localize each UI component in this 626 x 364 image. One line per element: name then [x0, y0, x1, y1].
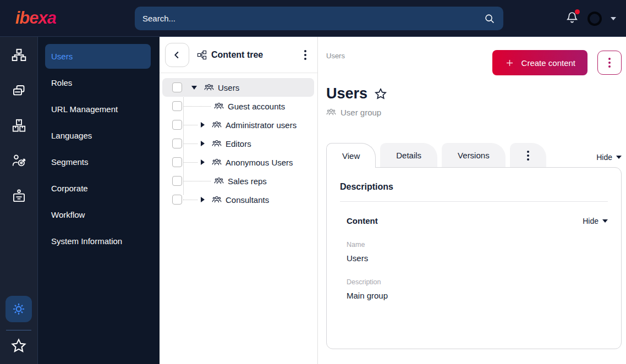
sidebar-item-languages[interactable]: Languages — [45, 123, 151, 148]
app-window: ibexa — [0, 0, 626, 364]
tree-options-kebab-button[interactable] — [301, 47, 310, 63]
user-group-icon — [212, 157, 222, 167]
name-field-value: Users — [347, 253, 608, 263]
descriptions-heading: Descriptions — [340, 182, 608, 192]
content-tree-icon — [197, 50, 207, 60]
sidebar-item-workflow[interactable]: Workflow — [45, 202, 151, 227]
sidebar-item-users[interactable]: Users — [45, 44, 151, 69]
sidebar-item-url-management[interactable]: URL Management — [45, 97, 151, 122]
user-avatar[interactable] — [587, 12, 602, 26]
tree-item-anonymous-users[interactable]: Anonymous Users — [160, 153, 317, 172]
tab-details[interactable]: Details — [380, 143, 437, 167]
bookmark-star-icon[interactable] — [374, 87, 387, 101]
icon-rail — [0, 37, 38, 364]
tree-item-administrator-users[interactable]: Administrator users — [160, 115, 317, 134]
tree-item-consultants[interactable]: Consultants — [160, 190, 317, 209]
collapsed-caret-icon[interactable] — [201, 122, 205, 128]
tree-item-editors[interactable]: Editors — [160, 134, 317, 153]
user-group-icon — [212, 120, 222, 130]
tree-checkbox[interactable] — [172, 101, 182, 111]
notification-badge — [575, 9, 580, 14]
caret-down-icon — [616, 156, 622, 159]
user-group-icon — [212, 139, 222, 148]
tree-checkbox[interactable] — [172, 195, 182, 205]
star-icon[interactable] — [10, 338, 27, 356]
page-options-kebab-button[interactable] — [597, 51, 622, 75]
id-badge-icon[interactable] — [9, 186, 28, 205]
tree-checkbox[interactable] — [172, 120, 182, 130]
create-content-button[interactable]: Create content — [492, 50, 587, 75]
product-boxes-icon[interactable] — [9, 116, 28, 135]
card-divider — [340, 201, 608, 202]
sidebar-item-roles[interactable]: Roles — [45, 70, 151, 95]
description-field-label: Description — [347, 278, 608, 286]
content-section-title: Content — [347, 216, 378, 225]
tab-more-kebab-button[interactable] — [510, 143, 546, 167]
tree-checkbox[interactable] — [172, 139, 182, 148]
collapsed-caret-icon[interactable] — [201, 197, 205, 202]
user-menu-caret-icon[interactable] — [611, 17, 616, 20]
description-field-value: Main group — [347, 291, 608, 300]
sidebar-item-corporate[interactable]: Corporate — [45, 176, 151, 201]
admin-sidebar: Users Roles URL Management Languages Seg… — [38, 37, 160, 364]
rail-divider — [6, 330, 31, 330]
content-type-label: User group — [326, 107, 622, 117]
content-tree-panel: Content tree Users Guest accounts — [160, 37, 318, 364]
tree-item-users[interactable]: Users — [162, 78, 314, 97]
tree-item-guest-accounts[interactable]: Guest accounts — [160, 97, 317, 115]
tree-checkbox[interactable] — [172, 82, 182, 92]
content-tree-title: Content tree — [197, 50, 263, 60]
content-pages-icon[interactable] — [9, 81, 28, 100]
global-search[interactable] — [135, 7, 503, 30]
caret-down-icon — [602, 219, 608, 223]
tabs-hide-toggle[interactable]: Hide — [596, 153, 622, 162]
user-group-icon — [214, 101, 224, 111]
expanded-caret-icon[interactable] — [191, 86, 197, 90]
main-content: Users Create content Users User group — [318, 37, 626, 364]
user-group-icon — [326, 107, 336, 117]
tab-versions[interactable]: Versions — [442, 143, 506, 167]
search-input[interactable] — [142, 14, 484, 23]
topbar-actions — [565, 0, 616, 37]
ibexa-logo[interactable]: ibexa — [15, 8, 56, 28]
content-tree-list: Users Guest accounts Administrator users — [160, 73, 317, 209]
tree-checkbox[interactable] — [172, 176, 182, 186]
tree-item-sales-reps[interactable]: Sales reps — [160, 172, 317, 190]
user-group-icon — [204, 82, 214, 92]
tab-bar: View Details Versions Hide — [326, 143, 622, 167]
collapsed-caret-icon[interactable] — [201, 159, 205, 165]
sitemap-icon[interactable] — [9, 46, 28, 64]
breadcrumb[interactable]: Users — [326, 52, 345, 60]
sidebar-item-segments[interactable]: Segments — [45, 150, 151, 174]
content-section-hide-toggle[interactable]: Hide — [583, 217, 608, 225]
plus-icon — [504, 58, 515, 68]
search-icon[interactable] — [484, 13, 496, 25]
notifications-bell-icon[interactable] — [565, 11, 579, 26]
page-title: Users — [326, 85, 367, 102]
user-group-icon — [214, 176, 224, 186]
gear-icon[interactable] — [6, 296, 32, 322]
user-group-icon — [212, 195, 222, 205]
personalization-target-icon[interactable] — [9, 151, 28, 170]
tab-view[interactable]: View — [326, 143, 376, 168]
view-tab-card: Descriptions Content Hide Name Users Des… — [326, 167, 622, 349]
content-tree-header: Content tree — [160, 37, 317, 73]
name-field-label: Name — [347, 241, 608, 249]
sidebar-item-system-information[interactable]: System Information — [45, 229, 151, 253]
collapsed-caret-icon[interactable] — [201, 141, 205, 146]
tree-checkbox[interactable] — [172, 157, 182, 167]
collapse-tree-button[interactable] — [165, 43, 189, 67]
top-bar: ibexa — [0, 0, 626, 37]
